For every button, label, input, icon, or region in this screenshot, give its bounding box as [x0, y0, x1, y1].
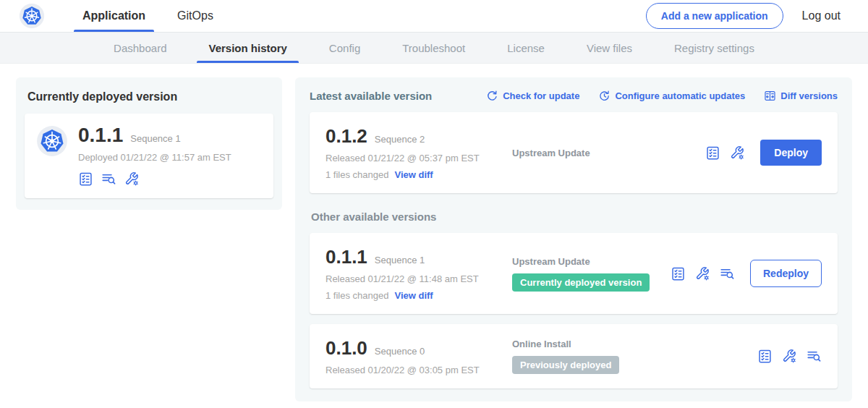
- preflight-checklist-icon[interactable]: [671, 266, 686, 281]
- version-actions: Check for update Configure automatic upd…: [486, 90, 838, 102]
- refresh-icon: [486, 90, 498, 102]
- main-content: Currently deployed version 0.1.1 Sequenc…: [0, 64, 868, 408]
- view-diff-link[interactable]: View diff: [394, 290, 433, 301]
- version-row-0-1-2: 0.1.2 Sequence 2 Released 01/21/22 @ 05:…: [310, 112, 838, 193]
- diff-versions-label: Diff versions: [780, 90, 838, 101]
- version-row-actions: [757, 349, 822, 364]
- sequence-label: Sequence 1: [375, 255, 425, 265]
- tab-application[interactable]: Application: [67, 0, 161, 32]
- version-info: 0.1.2 Sequence 2 Released 01/21/22 @ 05:…: [326, 125, 512, 180]
- released-timestamp: Released 01/20/22 @ 03:05 pm EST: [326, 365, 512, 375]
- version-source: Upstream Update Currently deployed versi…: [512, 256, 671, 292]
- preflight-checklist-icon[interactable]: [705, 145, 720, 161]
- deployed-version-card: 0.1.1 Sequence 1 Deployed 01/21/22 @ 11:…: [25, 114, 273, 198]
- version-row-0-1-0: 0.1.0 Sequence 0 Released 01/20/22 @ 03:…: [310, 324, 838, 388]
- header-tabs: Application GitOps: [67, 0, 229, 32]
- currently-deployed-panel: Currently deployed version 0.1.1 Sequenc…: [16, 77, 282, 210]
- preflight-checklist-icon[interactable]: [78, 171, 93, 187]
- released-timestamp: Released 01/21/22 @ 05:37 pm EST: [326, 153, 512, 163]
- deployed-timestamp: Deployed 01/21/22 @ 11:57 am EST: [78, 152, 231, 163]
- version-info: 0.1.1 Sequence 1 Released 01/21/22 @ 11:…: [326, 246, 512, 301]
- config-wrench-icon[interactable]: [730, 145, 745, 161]
- view-logs-icon[interactable]: [807, 349, 822, 364]
- redeploy-button[interactable]: Redeploy: [750, 260, 822, 287]
- version-info: 0.1.0 Sequence 0 Released 01/20/22 @ 03:…: [326, 337, 512, 375]
- deployed-sequence-label: Sequence 1: [130, 133, 180, 144]
- tab-gitops[interactable]: GitOps: [161, 0, 229, 32]
- view-logs-icon[interactable]: [101, 171, 116, 187]
- check-for-update-link[interactable]: Check for update: [486, 90, 579, 102]
- deployed-panel-title: Currently deployed version: [27, 90, 273, 103]
- version-number: 0.1.0: [326, 337, 367, 360]
- deployed-version-details: 0.1.1 Sequence 1 Deployed 01/21/22 @ 11:…: [78, 124, 231, 187]
- versions-panel: Latest available version Check for updat…: [295, 77, 852, 401]
- subnav-tab-view-files[interactable]: View files: [575, 33, 644, 63]
- config-wrench-icon[interactable]: [695, 266, 710, 281]
- version-number: 0.1.1: [326, 246, 367, 268]
- source-label: Online Install: [512, 339, 571, 349]
- files-changed-label: 1 files changed: [326, 169, 388, 180]
- files-changed-label: 1 files changed: [326, 290, 388, 301]
- currently-deployed-badge: Currently deployed version: [512, 273, 650, 292]
- version-source: Upstream Update: [512, 148, 705, 158]
- version-row-actions: Deploy: [705, 140, 822, 166]
- released-timestamp: Released 01/21/22 @ 11:48 am EST: [326, 273, 512, 284]
- check-for-update-label: Check for update: [503, 90, 579, 101]
- deployed-version-number: 0.1.1: [78, 124, 123, 147]
- version-row-actions: Redeploy: [671, 260, 822, 287]
- subnav-tab-registry-settings[interactable]: Registry settings: [663, 33, 766, 63]
- sequence-label: Sequence 0: [375, 346, 425, 357]
- subnav-tab-license[interactable]: License: [495, 33, 556, 63]
- version-number: 0.1.2: [326, 125, 367, 148]
- logout-button[interactable]: Log out: [802, 9, 841, 22]
- add-new-application-button[interactable]: Add a new application: [646, 3, 783, 29]
- other-versions-title: Other available versions: [311, 211, 838, 223]
- previously-deployed-badge: Previously deployed: [512, 356, 619, 374]
- latest-version-title: Latest available version: [310, 90, 432, 102]
- sequence-label: Sequence 2: [375, 134, 425, 145]
- configure-automatic-updates-label: Configure automatic updates: [615, 90, 745, 101]
- app-kubernetes-icon: [36, 125, 68, 157]
- clock-arrow-icon: [598, 90, 610, 102]
- source-label: Upstream Update: [512, 148, 590, 158]
- diff-versions-link[interactable]: Diff versions: [764, 90, 838, 102]
- configure-automatic-updates-link[interactable]: Configure automatic updates: [598, 90, 745, 102]
- subnav-tab-dashboard[interactable]: Dashboard: [102, 33, 178, 63]
- config-wrench-icon[interactable]: [782, 349, 797, 364]
- version-row-0-1-1: 0.1.1 Sequence 1 Released 01/21/22 @ 11:…: [310, 233, 838, 314]
- app-subnav: Dashboard Version history Config Trouble…: [0, 33, 868, 64]
- deploy-button[interactable]: Deploy: [760, 140, 822, 166]
- view-diff-link[interactable]: View diff: [394, 169, 433, 180]
- view-logs-icon[interactable]: [720, 266, 735, 281]
- subnav-tab-troubleshoot[interactable]: Troubleshoot: [391, 33, 477, 63]
- subnav-tab-version-history[interactable]: Version history: [197, 33, 298, 63]
- preflight-checklist-icon[interactable]: [757, 349, 773, 364]
- subnav-tab-config[interactable]: Config: [318, 33, 372, 63]
- source-label: Upstream Update: [512, 256, 590, 267]
- version-source: Online Install Previously deployed: [512, 339, 757, 374]
- kubernetes-logo-icon: [19, 3, 45, 29]
- config-wrench-icon[interactable]: [124, 171, 140, 187]
- app-header: Application GitOps Add a new application…: [0, 0, 868, 33]
- diff-panes-icon: [764, 90, 776, 102]
